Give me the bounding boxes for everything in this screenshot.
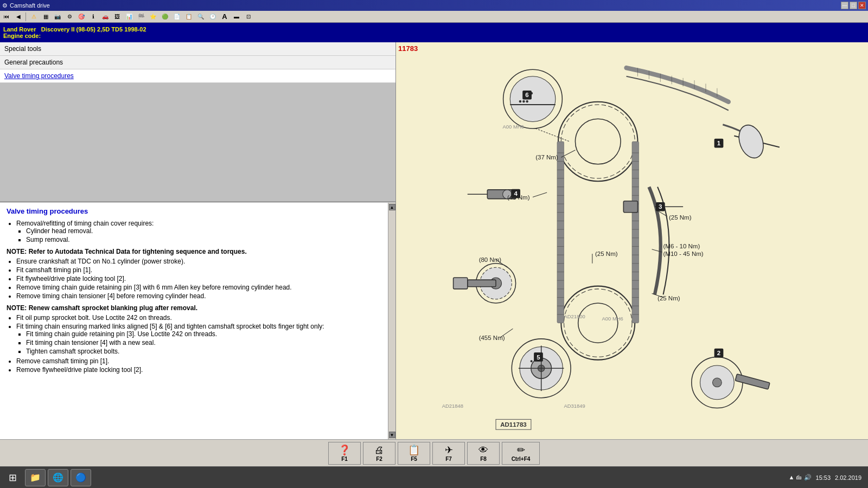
nav-general-precautions[interactable]: General precautions bbox=[0, 56, 395, 69]
procedure-content[interactable]: Valve timing procedures Removal/refittin… bbox=[0, 203, 388, 439]
svg-rect-50 bbox=[623, 201, 637, 213]
svg-text:(M6 - 10 Nm): (M6 - 10 Nm) bbox=[663, 243, 700, 249]
refitting-list: Fit oil pump sprocket bolt. Use Loctite … bbox=[16, 314, 381, 374]
fn-f1[interactable]: ❓ F1 bbox=[328, 442, 361, 465]
diagram-number: 11783 bbox=[398, 44, 418, 53]
refit-1: Fit oil pump sprocket bolt. Use Loctite … bbox=[16, 314, 381, 322]
svg-text:(37 Nm): (37 Nm) bbox=[535, 154, 558, 160]
vehicle-info-line1: Land Rover Discovery II (98-05) 2,5D TD5… bbox=[3, 26, 865, 33]
svg-text:(25 Nm): (25 Nm) bbox=[658, 295, 680, 301]
step-1: Ensure crankshaft at TDC on No.1 cylinde… bbox=[16, 258, 381, 265]
final-2: Remove flywheel/drive plate locking tool… bbox=[16, 366, 381, 374]
sub-item-2: Sump removal. bbox=[26, 236, 381, 243]
intro-item: Removal/refitting of timing chain cover … bbox=[16, 220, 381, 243]
scroll-down[interactable]: ▼ bbox=[389, 432, 395, 438]
toolbar-color[interactable]: 🟢 bbox=[159, 12, 170, 22]
taskbar-file-explorer[interactable]: 📁 bbox=[25, 469, 46, 486]
fn-f8[interactable]: 👁 F8 bbox=[467, 442, 500, 465]
f2-icon: 🖨 bbox=[374, 445, 384, 456]
sub-item-1: Cylinder head removal. bbox=[26, 227, 381, 235]
toolbar-warning[interactable]: ⚠ bbox=[28, 12, 39, 22]
fn-f2[interactable]: 🖨 F2 bbox=[363, 442, 395, 465]
main-content: Special tools General precautions Valve … bbox=[0, 42, 868, 439]
toolbar-info[interactable]: ℹ bbox=[88, 12, 99, 22]
toolbar-chart[interactable]: 📊 bbox=[124, 12, 135, 22]
svg-point-6 bbox=[578, 303, 618, 343]
svg-point-71 bbox=[712, 378, 722, 387]
taskbar-date: 2.02.2019 bbox=[835, 474, 861, 481]
f8-icon: 👁 bbox=[478, 445, 488, 456]
title-bar-left: ⚙ Camshaft drive bbox=[2, 2, 50, 9]
right-panel: 11783 bbox=[396, 42, 868, 439]
svg-text:5: 5 bbox=[537, 354, 540, 361]
final-1: Remove camshaft timing pin [1]. bbox=[16, 357, 381, 365]
intro-section: Removal/refitting of timing chain cover … bbox=[7, 220, 381, 243]
f7-label: F7 bbox=[445, 456, 452, 462]
minimize-button[interactable]: — bbox=[841, 2, 848, 9]
f8-label: F8 bbox=[480, 456, 487, 462]
camshaft-diagram: ● ●●● bbox=[396, 42, 868, 439]
f5-label: F5 bbox=[411, 456, 417, 462]
toolbar-doc[interactable]: 📄 bbox=[171, 12, 182, 22]
nav-valve-timing[interactable]: Valve timing procedures bbox=[0, 69, 395, 83]
toolbar-settings[interactable]: ⚙ bbox=[64, 12, 75, 22]
step-5: Remove timing chain tensioner [4] before… bbox=[16, 292, 381, 300]
title-bar: ⚙ Camshaft drive — □ ✕ bbox=[0, 0, 868, 11]
maximize-button[interactable]: □ bbox=[850, 2, 857, 9]
toolbar-camera[interactable]: 📷 bbox=[52, 12, 63, 22]
title-bar-controls: — □ ✕ bbox=[841, 2, 866, 9]
info-bar: Land Rover Discovery II (98-05) 2,5D TD5… bbox=[0, 23, 868, 42]
window-title: Camshaft drive bbox=[10, 2, 50, 9]
nav-special-tools[interactable]: Special tools bbox=[0, 42, 395, 56]
toolbar-prev[interactable]: ◀ bbox=[13, 12, 24, 22]
toolbar-image[interactable]: 🖼 bbox=[112, 12, 123, 22]
toolbar: ⏮ ◀ ⚠ ▦ 📷 ⚙ 🎯 ℹ 🚗 🖼 📊 🏁 ⭐ 🟢 📄 📋 🔍 🕐 A ▬ … bbox=[0, 11, 868, 23]
toolbar-letter-a[interactable]: A bbox=[219, 12, 230, 22]
toolbar-car[interactable]: 🚗 bbox=[100, 12, 111, 22]
svg-text:●: ● bbox=[530, 358, 533, 364]
svg-text:A00 MH6: A00 MH6 bbox=[602, 316, 623, 322]
toolbar-separator-1 bbox=[25, 12, 27, 21]
intro-list: Removal/refitting of timing chain cover … bbox=[16, 220, 381, 243]
svg-text:(25 Nm): (25 Nm) bbox=[595, 251, 618, 257]
sub-refitting-list: Fit timing chain guide retaining pin [3]… bbox=[26, 330, 381, 355]
svg-text:AD21848: AD21848 bbox=[442, 403, 463, 409]
toolbar-bar[interactable]: ▬ bbox=[231, 12, 242, 22]
scroll-up[interactable]: ▲ bbox=[389, 204, 395, 210]
taskbar-right: ▲ 🖮 🔊 15:53 2.02.2019 bbox=[789, 474, 866, 481]
toolbar-clock[interactable]: 🕐 bbox=[207, 12, 218, 22]
start-button[interactable]: ⊞ bbox=[2, 469, 23, 486]
svg-text:1: 1 bbox=[717, 140, 721, 146]
fn-f7[interactable]: ✈ F7 bbox=[432, 442, 465, 465]
fn-f5[interactable]: 📋 F5 bbox=[398, 442, 430, 465]
toolbar-first[interactable]: ⏮ bbox=[1, 12, 12, 22]
close-button[interactable]: ✕ bbox=[858, 2, 866, 9]
toolbar-extra1[interactable]: ⊡ bbox=[243, 12, 254, 22]
taskbar-time: 15:53 bbox=[816, 474, 831, 481]
svg-text:A00 MH6: A00 MH6 bbox=[503, 124, 524, 130]
content-heading: Valve timing procedures bbox=[7, 207, 381, 215]
toolbar-search[interactable]: 🔍 bbox=[195, 12, 206, 22]
taskbar-app3[interactable]: 🔵 bbox=[71, 469, 91, 486]
app-icon: ⚙ bbox=[2, 2, 8, 9]
toolbar-list[interactable]: 📋 bbox=[183, 12, 194, 22]
f2-label: F2 bbox=[376, 456, 382, 462]
toolbar-flag[interactable]: 🏁 bbox=[136, 12, 146, 22]
svg-text:4: 4 bbox=[514, 190, 518, 197]
taskbar-chrome[interactable]: 🌐 bbox=[48, 469, 68, 486]
engine-code-line: Engine code: bbox=[3, 33, 865, 39]
toolbar-target[interactable]: 🎯 bbox=[76, 12, 87, 22]
svg-rect-83 bbox=[468, 280, 496, 287]
svg-text:(M10 - 45 Nm): (M10 - 45 Nm) bbox=[663, 251, 704, 257]
sub-refit-1: Fit timing chain guide retaining pin [3]… bbox=[26, 330, 381, 338]
svg-text:(80 Nm): (80 Nm) bbox=[479, 256, 502, 263]
svg-text:6: 6 bbox=[525, 92, 528, 98]
f1-icon: ❓ bbox=[339, 444, 350, 456]
svg-text:AD31849: AD31849 bbox=[564, 403, 585, 409]
scrollbar[interactable]: ▲ ▼ bbox=[388, 203, 395, 439]
toolbar-star[interactable]: ⭐ bbox=[148, 12, 158, 22]
svg-text:AD11783: AD11783 bbox=[500, 421, 527, 428]
fn-ctrlf4[interactable]: ✏ Ctrl+F4 bbox=[502, 442, 540, 465]
svg-rect-8 bbox=[632, 142, 639, 323]
toolbar-grid[interactable]: ▦ bbox=[40, 12, 51, 22]
